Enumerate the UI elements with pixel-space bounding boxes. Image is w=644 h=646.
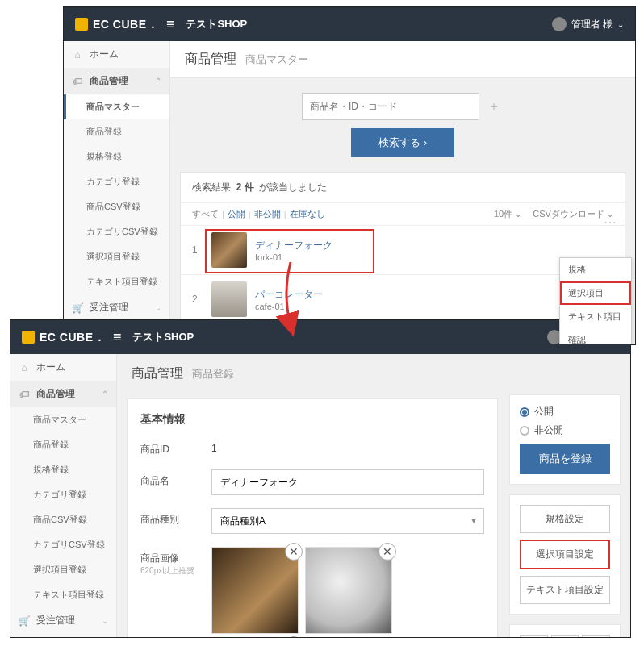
sidebar-item-order-mgmt[interactable]: 🛒受注管理⌄ [10,607,116,634]
row-number: 2 [192,294,203,305]
remove-image-button[interactable]: ✕ [285,543,303,561]
sidebar-sub-text-item[interactable]: テキスト項目登録 [10,582,116,607]
sidebar-sub-category-csv[interactable]: カテゴリCSV登録 [10,532,116,557]
screenshot-product-master: EC CUBE. ≡ テストSHOP 管理者 様 ⌄ ⌂ホーム 🏷商品管理⌃ 商… [63,6,636,345]
sidebar-sub-product-register[interactable]: 商品登録 [10,432,116,457]
logo-mark-icon [75,18,88,31]
product-name-input[interactable] [211,469,484,495]
hamburger-icon[interactable]: ≡ [113,329,122,346]
basic-info-card: 基本情報 商品ID 1 商品名 商品種別 商品種別A ▾ [127,398,498,637]
sidebar-item-product-mgmt[interactable]: 🏷商品管理⌃ [10,381,116,407]
chevron-down-icon: ⌄ [102,616,108,625]
select-item-settings-button[interactable]: 選択項目設定 [520,540,610,569]
product-type-select[interactable]: 商品種別A [211,508,484,534]
page-subtitle: 商品マスター [245,53,308,65]
result-suffix: が該当しました [259,181,327,193]
filter-private[interactable]: 非公開 [254,208,281,220]
avatar-icon [552,17,567,31]
result-count: 2 件 [236,181,254,193]
sidebar-sub-category-register[interactable]: カテゴリ登録 [10,482,116,507]
result-prefix: 検索結果 [192,181,231,193]
sidebar-sub-spec-register[interactable]: 規格登録 [64,144,169,169]
filter-all[interactable]: すべて [192,208,219,220]
page-subtitle: 商品登録 [192,368,234,380]
sidebar-sub-select-item[interactable]: 選択項目登録 [64,244,169,269]
delete-button[interactable]: 削除 [582,635,610,637]
product-image-thumb[interactable]: ✕ [211,547,299,634]
sidebar-sub-product-master[interactable]: 商品マスター [10,407,116,432]
topbar: EC CUBE. ≡ テストSHOP 管理者 様 ⌄ [10,320,630,354]
popup-confirm[interactable]: 確認 [560,328,631,344]
sidebar-sub-select-item[interactable]: 選択項目登録 [10,557,116,582]
product-name-link[interactable]: ディナーフォーク [255,239,332,252]
value-product-id: 1 [211,438,484,454]
sidebar-sub-product-csv[interactable]: 商品CSV登録 [64,194,169,219]
page-title: 商品管理 [185,52,236,65]
chevron-down-icon: ⌄ [155,303,161,312]
user-menu[interactable]: 管理者 様 ⌄ [552,17,624,31]
logo-mark-icon [22,331,35,344]
chevron-down-icon: ⌄ [515,210,521,219]
popup-select-item[interactable]: 選択項目 [560,281,631,305]
action-buttons-panel: 確認 複製 削除 [509,624,621,637]
filter-public[interactable]: 公開 [228,208,245,220]
sidebar: ⌂ホーム 🏷商品管理⌃ 商品マスター 商品登録 規格登録 カテゴリ登録 商品CS… [64,41,170,344]
cart-icon: 🛒 [72,302,83,314]
popup-text-item[interactable]: テキスト項目 [560,305,631,328]
chevron-up-icon: ⌃ [102,390,108,398]
result-row[interactable]: 1 ディナーフォーク fork-01 ⋯ [181,225,625,274]
screenshot-product-register: EC CUBE. ≡ テストSHOP 管理者 様 ⌄ ⌂ホーム 🏷商品管理⌃ 商… [10,319,631,638]
product-image-thumb[interactable]: ✕ [305,547,392,634]
sidebar-sub-product-csv[interactable]: 商品CSV登録 [10,507,116,532]
register-product-button[interactable]: 商品を登録 [520,444,610,474]
brand-logo: EC CUBE. [75,18,155,31]
sidebar-sub-category-register[interactable]: カテゴリ登録 [64,169,169,194]
row-number: 1 [192,244,203,256]
sidebar-sub-category-csv[interactable]: カテゴリCSV登録 [64,219,169,244]
filter-nostock[interactable]: 在庫なし [290,208,325,220]
brand-text: EC CUBE [40,331,94,344]
product-name-link[interactable]: パーコレーター [255,288,323,302]
remove-image-button[interactable]: ✕ [378,543,396,561]
sidebar-sub-spec-register[interactable]: 規格登録 [10,457,116,482]
popup-spec[interactable]: 規格 [560,258,631,281]
main-area: 商品管理 商品マスター ＋ 検索する › 検索結果 2 件 が該当しました すべ… [170,41,635,344]
duplicate-button[interactable]: 複製 [551,635,579,637]
search-button[interactable]: 検索する › [351,128,454,157]
hamburger-icon[interactable]: ≡ [166,16,175,33]
label-product-type: 商品種別 [140,508,199,527]
image-note: 620px以上推奨 [140,565,199,576]
sidebar-sub-text-item[interactable]: テキスト項目登録 [64,269,169,294]
label-product-id: 商品ID [140,438,199,456]
sidebar-item-product-mgmt[interactable]: 🏷商品管理⌃ [64,68,169,94]
spec-settings-button[interactable]: 規格設定 [520,505,610,533]
section-heading: 基本情報 [140,412,484,427]
search-input[interactable] [302,93,479,120]
sidebar-item-home[interactable]: ⌂ホーム [64,41,169,68]
status-public-radio[interactable]: 公開 [520,405,610,419]
sidebar-item-home[interactable]: ⌂ホーム [10,354,116,381]
product-thumb [211,281,247,317]
sidebar-sub-product-register[interactable]: 商品登録 [64,119,169,144]
tag-icon: 🏷 [72,76,83,87]
label-product-name: 商品名 [140,469,199,488]
text-item-settings-button[interactable]: テキスト項目設定 [520,576,610,604]
sidebar-item-order-mgmt[interactable]: 🛒受注管理⌄ [64,294,169,321]
label-product-image: 商品画像 620px以上推奨 [140,547,199,576]
brand-text: EC CUBE [93,18,147,31]
status-private-radio[interactable]: 非公開 [520,423,610,437]
per-page-select[interactable]: 10件 ⌄ [494,208,521,220]
aux-buttons-panel: 規格設定 選択項目設定 テキスト項目設定 [509,494,621,615]
confirm-button[interactable]: 確認 [520,635,548,637]
product-code: fork-01 [255,252,332,262]
row-action-popup: 規格 選択項目 テキスト項目 確認 [559,257,632,344]
sidebar-sub-product-master[interactable]: 商品マスター [64,94,169,119]
remove-image-button[interactable]: ✕ [285,636,303,637]
row-actions-menu[interactable]: ⋯ [604,215,617,230]
tag-icon: 🏷 [19,389,30,400]
sidebar-item-member-mgmt[interactable]: 👥会員管理⌄ [10,634,116,637]
csv-download-button[interactable]: CSVダウンロード ⌄ [533,208,613,220]
result-row[interactable]: 2 パーコレーター cafe-01 [181,274,625,323]
add-condition-button[interactable]: ＋ [484,98,504,115]
topbar: EC CUBE. ≡ テストSHOP 管理者 様 ⌄ [64,7,635,41]
